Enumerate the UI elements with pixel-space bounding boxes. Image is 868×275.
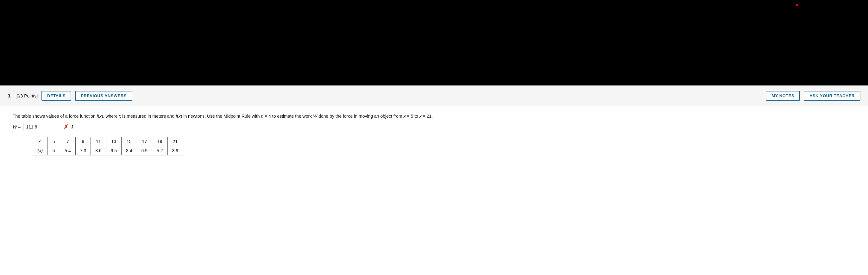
table-cell: 11 bbox=[91, 137, 106, 146]
data-table: x 5 7 9 11 13 15 17 19 21 f(x) 5 5.4 7.3… bbox=[32, 137, 183, 155]
table-header-x: x bbox=[32, 137, 48, 146]
table-cell: 5.2 bbox=[152, 146, 167, 155]
table-cell: 9 bbox=[75, 137, 91, 146]
header-right: MY NOTES ASK YOUR TEACHER bbox=[766, 91, 860, 101]
table-cell: 8.6 bbox=[91, 146, 106, 155]
previous-answers-button[interactable]: PREVIOUS ANSWERS bbox=[75, 91, 132, 101]
question-header: 3. [0/3 Points] DETAILS PREVIOUS ANSWERS… bbox=[0, 86, 868, 106]
red-dot-indicator bbox=[796, 4, 798, 6]
table-row-x: x 5 7 9 11 13 15 17 19 21 bbox=[32, 137, 183, 146]
table-cell: 5 bbox=[48, 146, 60, 155]
table-cell: 21 bbox=[167, 137, 183, 146]
question-body: The table shows values of a force functi… bbox=[0, 106, 868, 165]
wrong-icon: ✗ bbox=[64, 123, 68, 130]
question-number: 3. [0/3 Points] bbox=[8, 93, 38, 98]
table-header-fx: f(x) bbox=[32, 146, 48, 155]
table-cell: 6.9 bbox=[137, 146, 152, 155]
my-notes-button[interactable]: MY NOTES bbox=[766, 91, 800, 101]
answer-row: W = ✗ J bbox=[13, 123, 855, 131]
table-cell: 17 bbox=[137, 137, 152, 146]
header-left: 3. [0/3 Points] DETAILS PREVIOUS ANSWERS bbox=[8, 91, 132, 101]
table-row-fx: f(x) 5 5.4 7.3 8.6 9.5 8.4 6.9 5.2 3.9 bbox=[32, 146, 183, 155]
question-section: 3. [0/3 Points] DETAILS PREVIOUS ANSWERS… bbox=[0, 86, 868, 165]
table-cell: 15 bbox=[122, 137, 137, 146]
answer-input[interactable] bbox=[23, 123, 61, 131]
table-cell: 3.9 bbox=[167, 146, 183, 155]
table-cell: 8.4 bbox=[122, 146, 137, 155]
table-cell: 5 bbox=[48, 137, 60, 146]
answer-label: W = bbox=[13, 124, 21, 129]
question-text: The table shows values of a force functi… bbox=[13, 113, 855, 120]
unit-label: J bbox=[71, 124, 73, 129]
table-cell: 19 bbox=[152, 137, 167, 146]
details-button[interactable]: DETAILS bbox=[41, 91, 71, 101]
black-top-area bbox=[0, 0, 868, 86]
table-cell: 7 bbox=[60, 137, 75, 146]
table-cell: 5.4 bbox=[60, 146, 75, 155]
table-cell: 7.3 bbox=[75, 146, 91, 155]
table-cell: 9.5 bbox=[106, 146, 121, 155]
ask-teacher-button[interactable]: ASK YOUR TEACHER bbox=[804, 91, 860, 101]
table-cell: 13 bbox=[106, 137, 121, 146]
